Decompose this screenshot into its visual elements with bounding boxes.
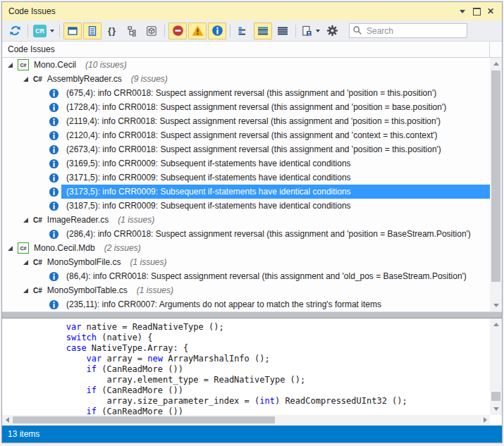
expanded-twisty-icon[interactable] — [23, 288, 28, 293]
issue-row[interactable]: (675,4): info CRR0018: Suspect assignmen… — [2, 86, 490, 100]
settings-button[interactable] — [323, 23, 341, 39]
file-row[interactable]: C#MonoSymbolTable.cs(1 issues) — [2, 283, 490, 297]
expanded-twisty-icon[interactable] — [8, 63, 13, 68]
arrow-right-icon — [484, 417, 487, 423]
coderush-menu-button[interactable]: CR — [32, 23, 56, 39]
code-line: if (CanReadMore ()) — [5, 407, 490, 415]
issue-text: (86,4): info CRR0018: Suspect assignment… — [61, 269, 490, 283]
info-icon — [49, 88, 59, 99]
flat-view-button[interactable] — [273, 23, 292, 39]
issue-text: (286,4): info CRR0018: Suspect assignmen… — [61, 227, 490, 241]
code-line: if (CanReadMore ()) — [5, 364, 490, 375]
issue-row[interactable]: (86,4): info CRR0018: Suspect assignment… — [2, 269, 490, 283]
export-icon — [301, 25, 312, 37]
scroll-up-arrow[interactable] — [490, 58, 502, 70]
window-position-menu-button[interactable] — [455, 5, 469, 18]
code-horizontal-scrollbar[interactable] — [2, 415, 490, 425]
file-row[interactable]: C#AssemblyReader.cs(9 issues) — [2, 72, 490, 86]
scroll-down-arrow[interactable] — [490, 403, 502, 415]
tree-column-header[interactable]: Code Issues — [2, 42, 502, 58]
hierarchy-scope-button[interactable] — [123, 23, 141, 39]
issue-row[interactable]: (286,4): info CRR0018: Suspect assignmen… — [2, 227, 490, 241]
issue-row[interactable]: (2673,4): info CRR0018: Suspect assignme… — [2, 142, 490, 156]
expanded-twisty-icon[interactable] — [8, 246, 13, 251]
sort-list-icon — [238, 25, 249, 37]
issues-tree: C#Mono.Cecil(10 issues)C#AssemblyReader.… — [2, 58, 502, 311]
project-row[interactable]: C#Mono.Cecil.Mdb(2 issues) — [2, 241, 490, 255]
document-scope-toggle[interactable] — [83, 23, 102, 39]
arrow-down-icon — [493, 304, 499, 307]
file-row[interactable]: C#MonoSymbolFile.cs(1 issues) — [2, 255, 490, 269]
document-icon — [87, 25, 98, 37]
scroll-left-arrow[interactable] — [2, 415, 12, 425]
sort-mode-button[interactable] — [234, 23, 252, 39]
issue-row[interactable]: (235,11): info CRR0007: Arguments do not… — [2, 297, 490, 311]
code-line: switch (native) { — [5, 333, 490, 343]
scroll-down-arrow[interactable] — [490, 299, 502, 311]
warnings-filter-toggle[interactable] — [188, 23, 207, 39]
expanded-twisty-icon[interactable] — [23, 77, 28, 82]
refresh-button[interactable] — [6, 23, 24, 39]
info-icon — [49, 187, 59, 197]
tree-vertical-scrollbar[interactable] — [490, 58, 502, 311]
info-icon — [49, 130, 59, 141]
grouped-view-toggle[interactable] — [254, 23, 272, 39]
issue-text: (2673,4): info CRR0018: Suspect assignme… — [61, 142, 490, 156]
window-title: Code Issues — [8, 6, 455, 16]
code-vertical-scrollbar[interactable] — [490, 318, 502, 415]
errors-filter-toggle[interactable] — [168, 23, 187, 39]
info-filter-toggle[interactable] — [208, 23, 226, 39]
code-hscrollbar-thumb[interactable] — [13, 416, 275, 423]
error-icon — [172, 25, 184, 37]
info-icon — [49, 229, 59, 240]
export-button[interactable] — [300, 23, 321, 39]
title-bar[interactable]: Code Issues ✕ — [2, 2, 502, 20]
toolbar-separator — [27, 25, 28, 37]
close-button[interactable]: ✕ — [484, 5, 498, 18]
file-name: ImageReader.cs — [47, 215, 109, 225]
project-row[interactable]: C#Mono.Cecil(10 issues) — [2, 58, 490, 72]
code-scrollbar-thumb[interactable] — [491, 392, 500, 401]
code-line: array.element_type = ReadNativeType (); — [5, 375, 490, 385]
issue-row[interactable]: (2119,4): info CRR0018: Suspect assignme… — [2, 114, 490, 128]
coderush-icon: CR — [33, 25, 47, 37]
tree-scrollbar-thumb[interactable] — [491, 70, 500, 282]
search-input[interactable] — [349, 23, 467, 38]
solution-scope-button[interactable] — [142, 23, 161, 39]
scroll-up-arrow[interactable] — [490, 318, 502, 330]
gear-icon — [326, 25, 338, 37]
toolbar-separator — [164, 25, 165, 37]
code-preview-pane: var native = ReadNativeType (); switch (… — [2, 318, 502, 425]
csharp-file-icon: C# — [33, 75, 42, 83]
issue-row[interactable]: (3173,5): info CRR0009: Subsequent if-st… — [2, 185, 490, 199]
maximize-button[interactable] — [469, 5, 484, 18]
issue-row[interactable]: (2120,4): info CRR0018: Suspect assignme… — [2, 128, 490, 142]
issue-text: (1728,4): info CRR0018: Suspect assignme… — [61, 100, 490, 114]
status-bar: 13 items — [2, 426, 502, 442]
issue-row[interactable]: (1728,4): info CRR0018: Suspect assignme… — [2, 100, 490, 114]
expanded-twisty-icon[interactable] — [23, 260, 28, 265]
issue-count: (1 issues) — [137, 285, 173, 295]
csharp-file-icon: C# — [33, 259, 42, 266]
chevron-down-icon — [50, 30, 54, 32]
issue-text: (3187,5): info CRR0009: Subsequent if-st… — [61, 199, 490, 213]
scroll-right-arrow[interactable] — [480, 415, 490, 425]
issue-row[interactable]: (3169,5): info CRR0009: Subsequent if-st… — [2, 156, 490, 171]
file-name: MonoSymbolFile.cs — [47, 257, 121, 267]
arrow-up-icon — [493, 323, 499, 326]
file-row[interactable]: C#ImageReader.cs(1 issues) — [2, 213, 490, 227]
window-scope-toggle[interactable] — [63, 23, 82, 39]
info-icon — [49, 116, 59, 127]
expanded-twisty-icon[interactable] — [23, 218, 28, 223]
refresh-icon — [9, 25, 21, 37]
pane-splitter[interactable] — [2, 311, 502, 318]
issue-count: (1 issues) — [130, 257, 167, 267]
code-preview-text: var native = ReadNativeType (); switch (… — [2, 318, 490, 415]
issue-text: (675,4): info CRR0018: Suspect assignmen… — [61, 86, 490, 100]
issue-row[interactable]: (3171,5): info CRR0009: Subsequent if-st… — [2, 171, 490, 185]
issue-row[interactable]: (3187,5): info CRR0009: Subsequent if-st… — [2, 199, 490, 213]
code-block-scope-button[interactable]: {} — [103, 23, 121, 39]
info-icon — [49, 159, 59, 169]
project-name: Mono.Cecil — [34, 60, 76, 70]
warning-icon — [192, 25, 204, 37]
